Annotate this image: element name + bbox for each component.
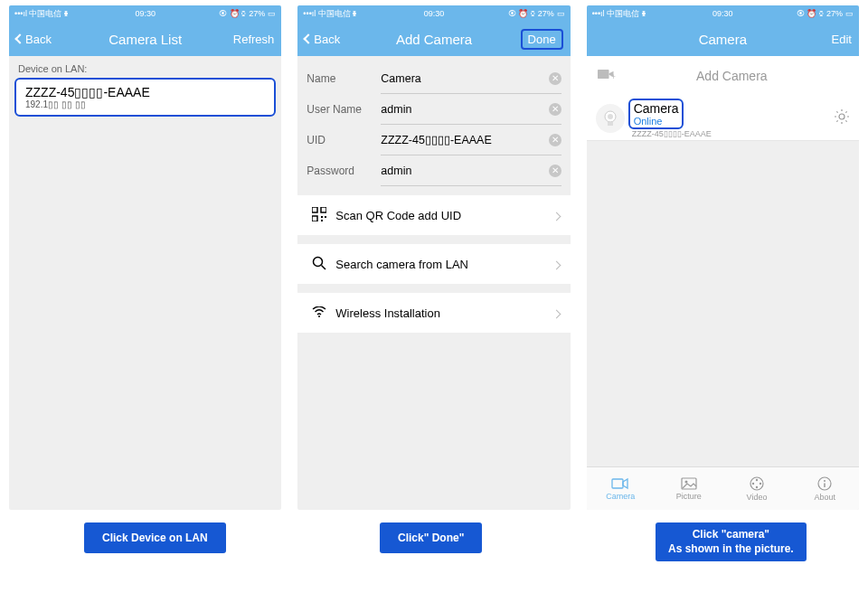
status-bar: •••ıl 中国电信 ⧳ 09:30 ⦿ ⏰ ⧲ 27% ▭ xyxy=(587,5,859,22)
camera-name: Camera xyxy=(634,101,679,116)
option-label: Search camera from LAN xyxy=(335,258,552,271)
username-row: User Name admin✕ xyxy=(297,94,570,125)
clear-icon[interactable]: ✕ xyxy=(549,103,561,116)
chevron-right-icon xyxy=(553,207,560,223)
caption-3: Click "camera" As shown in the picture. xyxy=(656,522,807,561)
device-name: ZZZZ-45▯▯▯▯-EAAAE xyxy=(25,85,265,99)
refresh-button[interactable]: Refresh xyxy=(233,33,275,46)
picture-icon xyxy=(681,477,697,490)
navbar: Back Add Camera Done xyxy=(297,22,570,56)
navbar: Back Camera List Refresh xyxy=(9,22,281,56)
svg-rect-24 xyxy=(612,479,623,488)
video-reel-icon xyxy=(750,476,764,491)
video-camera-icon xyxy=(611,477,629,490)
camera-entry[interactable]: Camera Online ZZZZ-45▯▯▯▯-EAAAE xyxy=(587,96,859,141)
status-right: ⦿ ⏰ ⧲ 27% ▭ xyxy=(508,9,565,18)
edit-button[interactable]: Edit xyxy=(832,33,852,46)
svg-rect-14 xyxy=(608,122,613,126)
info-icon xyxy=(817,476,832,491)
back-label: Back xyxy=(314,33,340,46)
uid-row: UID ZZZZ-45▯▯▯▯-EAAAE✕ xyxy=(297,125,570,155)
tab-label: About xyxy=(815,493,836,502)
screen-camera: •••ıl 中国电信 ⧳ 09:30 ⦿ ⏰ ⧲ 27% ▭ X Camera … xyxy=(587,5,859,510)
svg-point-13 xyxy=(608,114,613,119)
svg-rect-2 xyxy=(312,216,317,221)
uid-label: UID xyxy=(307,134,381,146)
status-bar: •••ıl 中国电信 ⧳ 09:30 ⦿ ⏰ ⧲ 27% ▭ xyxy=(297,5,570,22)
name-row: Name Camera✕ xyxy=(297,63,570,94)
username-label: User Name xyxy=(307,103,381,116)
option-label: Scan QR Code add UID xyxy=(335,209,552,222)
qr-icon xyxy=(308,207,330,224)
clear-icon[interactable]: ✕ xyxy=(549,134,561,146)
username-input[interactable]: admin xyxy=(381,103,411,116)
svg-point-8 xyxy=(318,315,320,317)
wireless-install-option[interactable]: Wireless Installation xyxy=(297,293,570,333)
svg-line-7 xyxy=(322,265,326,269)
svg-point-27 xyxy=(684,480,687,483)
option-label: Wireless Installation xyxy=(335,306,552,320)
status-right: ⦿ ⏰ ⧲ 27% ▭ xyxy=(797,9,854,18)
svg-point-15 xyxy=(839,114,844,119)
navbar: X Camera Edit xyxy=(587,22,859,56)
section-label: Device on LAN: xyxy=(9,56,281,78)
carrier: •••ıl 中国电信 ⧳ xyxy=(14,8,69,20)
device-item[interactable]: ZZZZ-45▯▯▯▯-EAAAE 192.1▯▯ ▯▯ ▯▯ xyxy=(14,78,276,117)
svg-line-20 xyxy=(836,111,837,112)
done-button[interactable]: Done xyxy=(521,29,563,50)
chevron-right-icon xyxy=(553,305,560,321)
status-right: ⦿ ⏰ ⧲ 27% ▭ xyxy=(219,9,276,18)
password-row: Password admin✕ xyxy=(297,155,570,186)
page-title: Camera List xyxy=(108,32,182,47)
caption-2: Click" Done" xyxy=(380,522,482,553)
back-button[interactable]: Back xyxy=(16,33,52,46)
svg-line-23 xyxy=(845,111,846,112)
clock: 09:30 xyxy=(424,9,445,18)
uid-input[interactable]: ZZZZ-45▯▯▯▯-EAAAE xyxy=(381,133,491,146)
search-icon xyxy=(308,256,330,273)
wifi-icon xyxy=(308,306,330,320)
scan-qr-option[interactable]: Scan QR Code add UID xyxy=(297,195,570,235)
caption-1: Click Device on LAN xyxy=(84,522,226,553)
tab-label: Video xyxy=(747,493,768,502)
name-label: Name xyxy=(307,72,381,85)
svg-line-22 xyxy=(836,120,837,121)
caption-line-2: As shown in the picture. xyxy=(668,542,794,557)
tab-picture[interactable]: Picture xyxy=(655,467,722,510)
back-button[interactable]: Back xyxy=(305,33,340,46)
back-label: Back xyxy=(25,33,52,46)
svg-rect-0 xyxy=(312,207,317,212)
name-input[interactable]: Camera xyxy=(381,72,420,85)
tab-camera[interactable]: Camera xyxy=(587,467,655,510)
gear-icon[interactable] xyxy=(834,108,850,128)
camera-status: Online xyxy=(634,116,679,127)
camera-avatar-icon xyxy=(596,104,625,133)
tab-label: Picture xyxy=(676,492,702,501)
password-input[interactable]: admin xyxy=(381,165,411,177)
add-camera-row[interactable]: + Add Camera xyxy=(587,56,859,96)
carrier: •••ıl 中国电信 ⧳ xyxy=(303,8,357,20)
page-title: Add Camera xyxy=(396,32,472,47)
password-label: Password xyxy=(307,165,381,177)
search-lan-option[interactable]: Search camera from LAN xyxy=(297,244,570,284)
clock: 09:30 xyxy=(135,9,156,18)
screen-add-camera: •••ıl 中国电信 ⧳ 09:30 ⦿ ⏰ ⧲ 27% ▭ Back Add … xyxy=(297,5,570,510)
svg-point-32 xyxy=(760,482,761,484)
svg-marker-25 xyxy=(623,479,627,488)
svg-rect-3 xyxy=(321,216,323,218)
chevron-left-icon xyxy=(304,33,314,43)
caption-line-1: Click "camera" xyxy=(668,528,794,542)
clock: 09:30 xyxy=(712,9,733,18)
svg-point-31 xyxy=(752,482,754,484)
page-title: Camera xyxy=(699,32,747,47)
chevron-right-icon xyxy=(553,256,560,272)
tab-about[interactable]: About xyxy=(791,467,859,510)
device-ip: 192.1▯▯ ▯▯ ▯▯ xyxy=(25,99,265,109)
svg-point-34 xyxy=(824,480,826,482)
clear-icon[interactable]: ✕ xyxy=(549,165,561,177)
svg-rect-5 xyxy=(321,220,323,221)
svg-point-6 xyxy=(314,257,323,266)
tab-video[interactable]: Video xyxy=(722,467,790,510)
camera-uid: ZZZZ-45▯▯▯▯-EAAAE xyxy=(632,129,834,138)
clear-icon[interactable]: ✕ xyxy=(549,72,561,85)
